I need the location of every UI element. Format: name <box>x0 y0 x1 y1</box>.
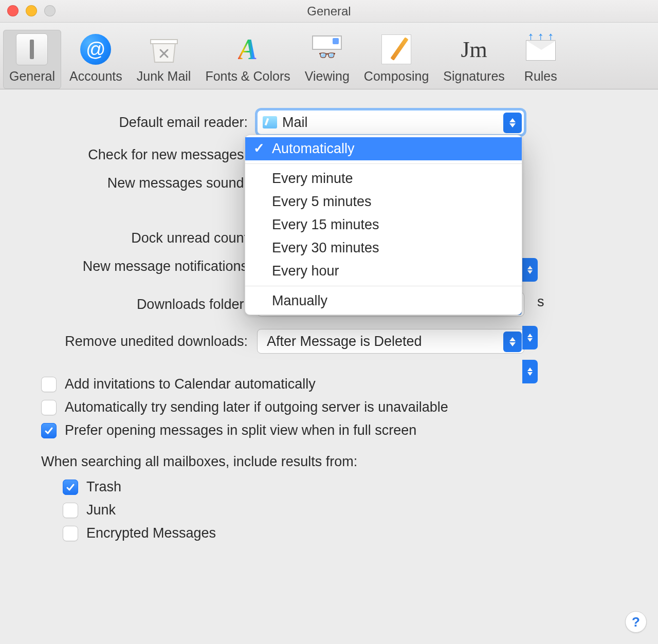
accounts-icon: @ <box>79 33 112 66</box>
svg-marker-3 <box>509 123 516 127</box>
remove-unedited-value: After Message is Deleted <box>263 334 519 349</box>
svg-marker-12 <box>527 367 533 371</box>
auto-send-later-label: Automatically try sending later if outgo… <box>65 399 448 415</box>
mail-app-icon <box>263 116 277 128</box>
viewing-icon: 👓 <box>310 33 343 66</box>
tab-signatures[interactable]: Jm Signatures <box>437 30 511 89</box>
check-menu-item-automatically[interactable]: Automatically <box>245 137 522 160</box>
default-reader-value: Mail <box>282 115 519 131</box>
split-view-checkbox-row: Prefer opening messages in split view wh… <box>41 422 627 438</box>
add-invitations-label: Add invitations to Calendar automaticall… <box>65 376 316 392</box>
check-messages-label: Check for new messages: <box>31 147 257 163</box>
search-junk-checkbox[interactable] <box>63 503 78 518</box>
tab-composing[interactable]: Composing <box>358 30 435 89</box>
help-icon: ? <box>632 614 640 630</box>
tab-viewing[interactable]: 👓 Viewing <box>299 30 356 89</box>
tab-rules[interactable]: ↑↑↑ Rules <box>513 30 569 89</box>
notifications-dropdown-stepper[interactable] <box>522 360 538 383</box>
auto-send-later-checkbox-row: Automatically try sending later if outgo… <box>41 399 627 415</box>
junk-mail-icon <box>148 33 180 66</box>
search-heading: When searching all mailboxes, include re… <box>41 454 627 470</box>
window-controls <box>7 5 56 16</box>
minimize-window-button[interactable] <box>26 5 37 16</box>
menu-separator <box>245 286 522 286</box>
svg-marker-10 <box>527 334 533 337</box>
svg-marker-7 <box>509 342 516 346</box>
add-invitations-checkbox-row: Add invitations to Calendar automaticall… <box>41 376 627 392</box>
check-menu-item-every-minute[interactable]: Every minute <box>245 167 522 190</box>
dock-unread-dropdown-stepper[interactable] <box>522 326 538 349</box>
preferences-toolbar: General @ Accounts Junk Mail A Fonts & C… <box>0 23 658 89</box>
tab-junk-mail[interactable]: Junk Mail <box>131 30 197 89</box>
default-reader-label: Default email reader: <box>31 115 257 131</box>
sound-dropdown-stepper[interactable] <box>522 258 538 282</box>
menu-separator <box>245 163 522 164</box>
search-junk-label: Junk <box>86 502 116 518</box>
tab-accounts[interactable]: @ Accounts <box>63 30 129 89</box>
svg-marker-11 <box>527 338 533 342</box>
check-menu-item-every-5[interactable]: Every 5 minutes <box>245 190 522 213</box>
auto-send-later-checkbox[interactable] <box>41 400 57 415</box>
zoom-window-button[interactable] <box>44 5 56 16</box>
add-invitations-checkbox[interactable] <box>41 377 57 392</box>
svg-marker-6 <box>509 337 516 341</box>
check-messages-menu: Automatically Every minute Every 5 minut… <box>245 135 522 315</box>
sound-label: New messages sound: <box>31 175 257 191</box>
search-encrypted-checkbox[interactable] <box>63 526 78 541</box>
help-button[interactable]: ? <box>625 611 647 633</box>
tab-fonts-colors[interactable]: A Fonts & Colors <box>199 30 296 89</box>
dropdown-stepper-icon <box>503 113 522 133</box>
check-menu-item-every-30[interactable]: Every 30 minutes <box>245 236 522 260</box>
downloads-folder-label: Downloads folder: <box>31 297 257 312</box>
composing-icon <box>380 33 413 66</box>
tab-general[interactable]: General <box>3 30 61 89</box>
dock-unread-label: Dock unread count <box>31 230 257 246</box>
play-sounds-trailing-text: s <box>537 294 544 310</box>
remove-unedited-label: Remove unedited downloads: <box>31 334 257 349</box>
search-trash-label: Trash <box>86 479 121 495</box>
svg-marker-8 <box>527 266 533 269</box>
search-encrypted-row: Encrypted Messages <box>63 525 627 541</box>
remove-unedited-dropdown[interactable]: After Message is Deleted <box>257 329 524 354</box>
dropdown-stepper-icon <box>503 332 522 352</box>
check-menu-item-manually[interactable]: Manually <box>245 289 522 312</box>
window-titlebar: General <box>0 0 658 23</box>
close-window-button[interactable] <box>7 5 19 16</box>
signatures-icon: Jm <box>458 33 490 66</box>
window-title: General <box>0 4 658 19</box>
notifications-label: New message notifications <box>31 259 257 274</box>
rules-icon: ↑↑↑ <box>524 33 557 66</box>
search-junk-row: Junk <box>63 502 627 518</box>
check-menu-item-every-15[interactable]: Every 15 minutes <box>245 213 522 236</box>
search-trash-row: Trash <box>63 479 627 495</box>
split-view-label: Prefer opening messages in split view wh… <box>65 422 416 438</box>
svg-marker-13 <box>527 372 533 376</box>
fonts-colors-icon: A <box>231 33 264 66</box>
default-reader-dropdown[interactable]: Mail <box>257 110 524 135</box>
general-pane: Default email reader: Mail Check for new… <box>0 89 658 569</box>
check-menu-item-every-hour[interactable]: Every hour <box>245 260 522 283</box>
split-view-checkbox[interactable] <box>41 423 57 438</box>
search-encrypted-label: Encrypted Messages <box>86 525 216 541</box>
search-trash-checkbox[interactable] <box>63 480 78 495</box>
svg-marker-2 <box>509 118 516 122</box>
general-icon <box>15 33 48 66</box>
svg-marker-9 <box>527 270 533 274</box>
